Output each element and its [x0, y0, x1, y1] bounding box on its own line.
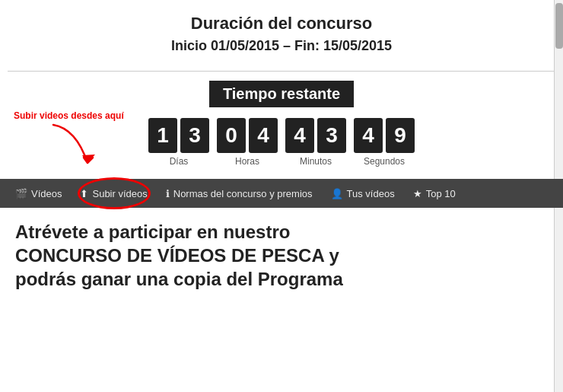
- minuto-digit-2: 3: [317, 118, 346, 153]
- segundos-digits: 4 9: [354, 118, 415, 153]
- arrow-annotation: [46, 121, 137, 190]
- minutos-digits: 4 3: [285, 118, 346, 153]
- article-title-line1: Atrévete a participar en nuestro: [15, 221, 290, 242]
- article-title-line2: CONCURSO DE VÍDEOS DE PESCA y: [15, 245, 339, 266]
- user-icon: 👤: [331, 188, 343, 199]
- content-area: Atrévete a participar en nuestro CONCURS…: [0, 208, 563, 299]
- subir-annotation: Subir videos desdes aquí: [14, 110, 124, 121]
- dia-digit-1: 1: [148, 118, 177, 153]
- dia-digit-2: 3: [180, 118, 209, 153]
- nav-tus-videos[interactable]: 👤 Tus vídeos: [322, 179, 404, 208]
- countdown-dias: 1 3 Días: [148, 118, 209, 167]
- countdown-minutos: 4 3 Minutos: [285, 118, 346, 167]
- star-icon: ★: [413, 188, 422, 199]
- countdown-horas: 0 4 Horas: [217, 118, 278, 167]
- duracion-title: Duración del concurso: [15, 14, 548, 33]
- dias-digits: 1 3: [148, 118, 209, 153]
- countdown-segundos: 4 9 Segundos: [354, 118, 415, 167]
- nav-top10[interactable]: ★ Top 10: [404, 179, 465, 208]
- article-title: Atrévete a participar en nuestro CONCURS…: [15, 220, 548, 292]
- header-divider: [8, 71, 555, 72]
- minutos-label: Minutos: [300, 156, 332, 167]
- scroll-thumb[interactable]: [555, 3, 563, 49]
- tiempo-section: Tiempo restante Subir videos desdes aquí…: [0, 81, 563, 167]
- minuto-digit-1: 4: [285, 118, 314, 153]
- info-icon: ℹ: [166, 188, 170, 199]
- horas-label: Horas: [235, 156, 259, 167]
- segundo-digit-2: 9: [386, 118, 415, 153]
- tiempo-label: Tiempo restante: [209, 81, 354, 107]
- hora-digit-1: 0: [217, 118, 246, 153]
- nav-normas[interactable]: ℹ Normas del concurso y premios: [157, 179, 322, 208]
- hora-digit-2: 4: [249, 118, 278, 153]
- video-icon: 🎬: [15, 188, 27, 199]
- dias-label: Días: [170, 156, 189, 167]
- horas-digits: 0 4: [217, 118, 278, 153]
- nav-top10-label: Top 10: [426, 188, 456, 199]
- segundos-label: Segundos: [364, 156, 405, 167]
- article-title-line3: podrás ganar una copia del Programa: [15, 269, 343, 289]
- segundo-digit-1: 4: [354, 118, 383, 153]
- fechas-subtitle: Inicio 01/05/2015 – Fin: 15/05/2015: [15, 38, 548, 54]
- header-section: Duración del concurso Inicio 01/05/2015 …: [0, 0, 563, 71]
- nav-tus-label: Tus vídeos: [347, 188, 395, 199]
- nav-normas-label: Normas del concurso y premios: [173, 188, 313, 199]
